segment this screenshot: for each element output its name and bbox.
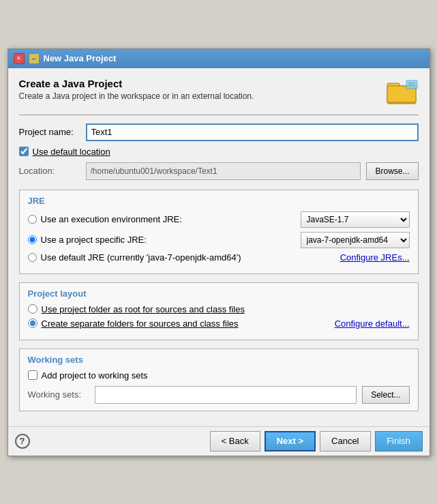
project-layout-section: Project layout Use project folder as roo… — [19, 282, 419, 340]
header-section: Create a Java Project Create a Java proj… — [19, 78, 419, 105]
cancel-button[interactable]: Cancel — [320, 431, 370, 451]
location-label: Location: — [19, 166, 80, 176]
jre-section: JRE Use an execution environment JRE: Ja… — [19, 190, 419, 274]
configure-default-link[interactable]: Configure default... — [335, 318, 410, 329]
default-location-checkbox[interactable] — [19, 147, 29, 156]
titlebar: × – New Java Project — [8, 49, 430, 68]
jre-option-1-radio[interactable] — [28, 215, 37, 224]
dialog-content: Create a Java Project Create a Java proj… — [8, 68, 430, 426]
header-title: Create a Java Project — [19, 78, 254, 89]
footer-buttons: < Back Next > Cancel Finish — [210, 431, 423, 451]
jre-option-1-label: Use an execution environment JRE: — [41, 214, 297, 224]
jre-env-dropdown[interactable]: JavaSE-1.7 — [301, 211, 410, 228]
jre-option-2-row: Use a project specific JRE: java-7-openj… — [28, 232, 410, 248]
header-text: Create a Java Project Create a Java proj… — [19, 78, 254, 101]
help-button[interactable]: ? — [15, 434, 30, 449]
dialog-title: New Java Project — [44, 53, 117, 63]
svg-rect-3 — [406, 80, 417, 89]
default-location-row: Use default location — [19, 147, 419, 157]
working-sets-label: Working sets: — [28, 389, 89, 400]
configure-jres-link[interactable]: Configure JREs... — [340, 252, 410, 263]
location-row: Location: Browse... — [19, 162, 419, 180]
select-working-sets-button[interactable]: Select... — [362, 386, 409, 404]
header-subtitle: Create a Java project in the workspace o… — [19, 91, 254, 101]
header-divider — [19, 115, 419, 115]
titlebar-left: × – New Java Project — [14, 53, 117, 64]
working-sets-input[interactable] — [95, 386, 357, 404]
add-to-working-sets-label: Add project to working sets — [42, 370, 148, 381]
jre-option-3-row: Use default JRE (currently 'java-7-openj… — [28, 252, 410, 263]
project-name-input[interactable] — [86, 123, 419, 141]
layout-option-1-radio[interactable] — [28, 304, 37, 314]
layout-option-2-radio[interactable] — [28, 318, 37, 328]
add-to-working-sets-row: Add project to working sets — [28, 370, 410, 381]
folder-icon — [386, 78, 419, 105]
back-button[interactable]: < Back — [210, 431, 260, 451]
jre-option-2-radio[interactable] — [28, 235, 37, 244]
project-layout-title: Project layout — [28, 288, 410, 299]
working-sets-section: Working sets Add project to working sets… — [19, 349, 419, 411]
jre-option-1-row: Use an execution environment JRE: JavaSE… — [28, 211, 410, 228]
minimize-button[interactable]: – — [29, 53, 40, 64]
layout-option-2-label: Create separate folders for sources and … — [42, 318, 331, 329]
jre-section-title: JRE — [28, 196, 410, 206]
close-button[interactable]: × — [14, 53, 25, 64]
jre-option-3-radio[interactable] — [28, 253, 37, 262]
footer: ? < Back Next > Cancel Finish — [8, 426, 430, 456]
project-name-row: Project name: — [19, 123, 419, 141]
jre-option-2-label: Use a project specific JRE: — [41, 235, 297, 245]
working-sets-title: Working sets — [28, 355, 410, 365]
add-to-working-sets-checkbox[interactable] — [28, 370, 37, 380]
layout-option-1-row: Use project folder as root for sources a… — [28, 304, 410, 314]
location-input[interactable] — [86, 162, 361, 180]
layout-option-1-label: Use project folder as root for sources a… — [42, 304, 410, 314]
jre-specific-dropdown[interactable]: java-7-openjdk-amd64 — [301, 232, 410, 248]
default-location-label: Use default location — [33, 147, 110, 157]
working-sets-select-row: Working sets: Select... — [28, 386, 410, 404]
project-name-label: Project name: — [19, 127, 80, 137]
layout-option-2-row: Create separate folders for sources and … — [28, 318, 410, 329]
jre-option-3-label: Use default JRE (currently 'java-7-openj… — [41, 252, 336, 263]
finish-button[interactable]: Finish — [375, 431, 423, 451]
new-java-project-dialog: × – New Java Project Create a Java Proje… — [7, 48, 430, 456]
next-button[interactable]: Next > — [265, 431, 316, 451]
browse-button[interactable]: Browse... — [366, 162, 418, 180]
